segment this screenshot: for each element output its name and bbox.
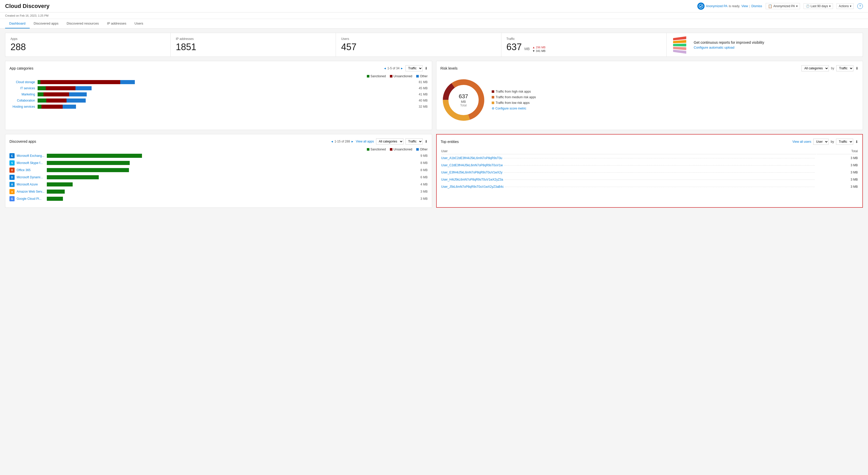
app-categories-controls: ◄ 1-5 of 34 ► Traffic ⬇: [383, 65, 428, 71]
app-logo: A: [9, 182, 14, 187]
users-label: Users: [341, 37, 496, 41]
apps-traffic-dropdown[interactable]: Traffic: [405, 138, 423, 145]
reports-card: Get continuous reports for improved visi…: [667, 33, 863, 57]
risk-item: Traffic from high risk apps: [492, 90, 536, 93]
entities-entity-dropdown[interactable]: User: [813, 139, 829, 145]
configure-score-link[interactable]: ⚙ Configure score metric: [492, 107, 536, 110]
risk-dot: [492, 90, 494, 93]
tab-discovered-resources[interactable]: Discovered resources: [62, 19, 103, 28]
help-button[interactable]: ?: [857, 3, 863, 9]
dotted-separator: [505, 187, 815, 187]
view-all-users-link[interactable]: View all users: [793, 140, 811, 144]
bar-container: [38, 80, 417, 84]
report-link[interactable]: Configure automatic upload: [694, 45, 735, 50]
risk-category-dropdown[interactable]: All categories: [802, 65, 829, 71]
entities-traffic-dropdown[interactable]: Traffic: [836, 139, 853, 145]
bar-value: 32 MB: [419, 105, 428, 108]
subheader: Created on Feb 16, 2023, 1:25 PM: [0, 12, 868, 19]
entity-user-link[interactable]: User_A1bC2dE3fH4iJ5kL6mN7oP8qR9sT0u: [441, 156, 502, 160]
risk-label: Traffic from low risk apps: [496, 101, 530, 105]
donut-label: 637 MB Total: [459, 93, 468, 107]
app-categories-download[interactable]: ⬇: [425, 66, 428, 70]
traffic-unit: MB: [524, 47, 530, 51]
entity-user-link[interactable]: User_E3fH4iJ5kL6mN7oP8qR9sT0uV1wX2y: [441, 170, 502, 174]
app-label[interactable]: Microsoft Dynami...: [17, 176, 45, 179]
risk-label: Traffic from high risk apps: [496, 90, 531, 93]
entities-table: User Total User_A1bC2dE3fH4iJ5kL6mN7oP8q…: [441, 148, 859, 191]
entity-user-link[interactable]: User_J5kL6mN7oP8qR9sT0uV1wX2yZ3aB4c: [441, 185, 504, 189]
sanctioned-segment: [38, 80, 40, 84]
entities-title: Top entities: [441, 140, 459, 144]
risk-download[interactable]: ⬇: [856, 66, 859, 70]
table-row: User_J5kL6mN7oP8qR9sT0uV1wX2yZ3aB4c3 MB: [441, 183, 858, 190]
entities-download[interactable]: ⬇: [855, 140, 858, 144]
unsanctioned-segment: [46, 86, 75, 90]
next-arrow-icon[interactable]: ►: [401, 67, 403, 70]
profile-chevron: ▾: [796, 4, 798, 8]
traffic-breakdown: ▲ 296 MB ▼ 341 MB: [532, 46, 546, 53]
donut-value: 637: [459, 93, 468, 100]
time-dropdown[interactable]: 🕐 Last 90 days ▾: [804, 3, 833, 9]
bar-label[interactable]: Collaboration: [9, 99, 38, 102]
bar-label[interactable]: IT services: [9, 87, 38, 90]
app-sanctioned-bar: [47, 168, 129, 172]
sanctioned-dot: [367, 75, 369, 77]
tab-users[interactable]: Users: [130, 19, 147, 28]
app-sanctioned-bar: [47, 175, 99, 179]
entity-user-link[interactable]: User_H4iJ5kL6mN7oP8qR9sT0uV1wX2yZ3a: [441, 178, 503, 181]
entity-row-inner: User_J5kL6mN7oP8qR9sT0uV1wX2yZ3aB4c: [441, 185, 816, 189]
stat-ip: IP addresses 1851: [170, 33, 336, 57]
app-label[interactable]: Office 365: [17, 168, 45, 172]
bar-label[interactable]: Hosting services: [9, 105, 38, 108]
app-label[interactable]: Microsoft Skype f...: [17, 161, 45, 165]
apps-category-dropdown[interactable]: All categories: [376, 138, 403, 145]
stat-traffic: Traffic 637 MB ▲ 296 MB ▼ 341 MB: [501, 33, 667, 57]
bar-label[interactable]: Cloud storage: [9, 80, 38, 84]
profile-icon: 📋: [768, 4, 772, 8]
nav-tabs: Dashboard Discovered apps Discovered res…: [0, 19, 868, 29]
other-segment: [120, 80, 135, 84]
entity-row-inner: User_C2dE3fH4iJ5kL6mN7oP8qR9sT0uV1w: [441, 163, 816, 167]
bar-value: 81 MB: [419, 80, 428, 84]
main-content: Apps 288 IP addresses 1851 Users 457 Tra…: [0, 29, 868, 212]
time-chevron: ▾: [829, 4, 831, 8]
risk-label: Traffic from medium risk apps: [496, 95, 536, 99]
bar-label[interactable]: Marketing: [9, 93, 38, 96]
report-title: Get continuous reports for improved visi…: [694, 40, 764, 44]
prev-arrow-icon[interactable]: ◄: [383, 67, 386, 70]
ip-label: IP addresses: [176, 37, 331, 41]
dotted-separator: [504, 158, 815, 158]
notification-dismiss[interactable]: Dismiss: [751, 4, 762, 8]
unsanctioned-segment: [40, 80, 120, 84]
ip-value: 1851: [176, 42, 331, 53]
app-label[interactable]: Google Cloud Pl...: [17, 197, 45, 200]
tab-dashboard[interactable]: Dashboard: [5, 19, 30, 28]
discovered-apps-title: Discovered apps: [9, 139, 36, 144]
risk-traffic-dropdown[interactable]: Traffic: [836, 65, 854, 71]
app-label[interactable]: Amazon Web Serv...: [17, 190, 45, 193]
entity-total-cell: 3 MB: [817, 176, 858, 183]
app-categories-header: App categories ◄ 1-5 of 34 ► Traffic ⬇: [9, 65, 428, 71]
app-label[interactable]: Microsoft Exchang...: [17, 154, 45, 158]
report-text: Get continuous reports for improved visi…: [694, 40, 764, 50]
view-all-apps-link[interactable]: View all apps: [356, 140, 374, 143]
bar-container: [38, 86, 417, 90]
notification-view[interactable]: View: [741, 4, 748, 8]
app-label[interactable]: Microsoft Azure: [17, 183, 45, 186]
app-categories-legend: Sanctioned Unsanctioned Other: [9, 74, 428, 78]
risk-by-label: by: [831, 66, 834, 70]
entity-user-link[interactable]: User_C2dE3fH4iJ5kL6mN7oP8qR9sT0uV1w: [441, 163, 503, 167]
actions-chevron: ▾: [850, 4, 851, 8]
app-categories-dropdown[interactable]: Traffic: [405, 65, 423, 71]
tab-ip-addresses[interactable]: IP addresses: [103, 19, 130, 28]
apps-prev-icon[interactable]: ◄: [331, 140, 334, 143]
apps-download[interactable]: ⬇: [425, 139, 428, 144]
apps-next-icon[interactable]: ►: [351, 140, 354, 143]
stat-users: Users 457: [336, 33, 501, 57]
profile-dropdown[interactable]: 📋 Anonymized PA ▾: [766, 3, 800, 9]
gear-icon: ⚙: [492, 107, 495, 110]
tab-discovered-apps[interactable]: Discovered apps: [30, 19, 63, 28]
entity-row-inner: User_E3fH4iJ5kL6mN7oP8qR9sT0uV1wX2y: [441, 170, 816, 174]
actions-dropdown[interactable]: Actions ▾: [837, 3, 854, 9]
bar-value: 41 MB: [419, 93, 428, 96]
